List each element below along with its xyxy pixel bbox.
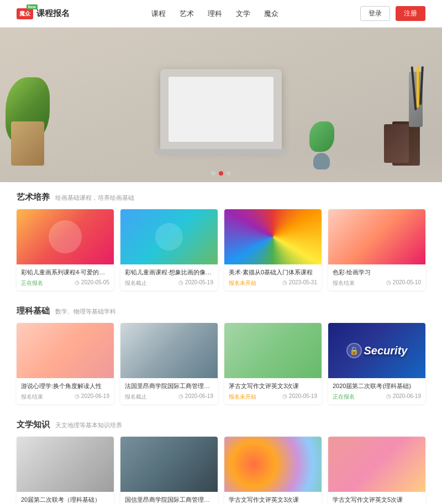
lit-course-card-4[interactable]: 学古文写作文评英文5次课 正在报名 ◷ 2020-06-30	[328, 437, 425, 504]
science-course-title-2: 法国里昂商学院国际工商管理本科招生...	[125, 382, 213, 390]
hero-banner	[0, 28, 442, 182]
art-course-img-2	[120, 209, 218, 264]
nav-mozong[interactable]: 魔众	[264, 9, 278, 19]
register-button[interactable]: 注册	[396, 6, 425, 21]
art-course-title-2: 彩铅儿童画课程·想象比画的像素有益	[125, 268, 213, 277]
logo[interactable]: 魔众 New 课程报名	[17, 8, 70, 19]
science-course-date-1: ◷ 2020-06-19	[75, 393, 109, 401]
lit-course-card-3[interactable]: 学古文写作文评英文3次课 报名未开始 ◷ 2020-06-23	[224, 437, 322, 504]
art-course-card-1[interactable]: 彩铅儿童画系列课程4·可爱的玩具 正在报名 ◷ 2020-05-05	[17, 209, 114, 290]
science-course-img-2	[120, 323, 218, 378]
art-course-title-3: 美术·素描从0基础入门体系课程	[229, 268, 317, 277]
header-actions: 登录 注册	[360, 6, 425, 21]
lit-course-title-1: 20届第二次联考（理科基础）	[21, 496, 109, 504]
literature-section-header: 文学知识 天文地理等基本知识培养	[17, 420, 425, 430]
hero-dot-3[interactable]	[227, 171, 231, 176]
art-course-title-4: 色彩·绘画学习	[333, 268, 421, 277]
lit-course-title-4: 学古文写作文评英文5次课	[333, 496, 421, 504]
literature-section-title: 文学知识	[17, 420, 50, 430]
logo-badge: New	[27, 4, 38, 9]
science-course-status-1: 报名结束	[21, 393, 43, 401]
login-button[interactable]: 登录	[360, 6, 390, 21]
art-section-header: 艺术培养 绘画基础课程，培养绘画基础	[17, 192, 425, 203]
lit-course-title-3: 学古文写作文评英文3次课	[229, 496, 317, 504]
science-course-date-2: ◷ 2020-06-19	[178, 393, 213, 401]
science-course-status-4: 正在报名	[333, 393, 355, 401]
hero-dots	[211, 171, 231, 176]
art-course-img-1	[17, 209, 114, 264]
lit-course-img-4	[328, 437, 425, 492]
science-course-title-3: 茅古文写作文评英文3次课	[229, 382, 317, 390]
art-course-date-4: ◷ 2020-05-10	[386, 279, 421, 287]
lit-course-title-2: 国信里昂商学院国际工商管理本科招生填...	[125, 496, 213, 504]
science-section-title: 理科基础	[17, 306, 50, 316]
art-course-card-2[interactable]: 彩铅儿童画课程·想象比画的像素有益 报名截止 ◷ 2020-05-19	[120, 209, 218, 290]
art-section-title: 艺术培养	[17, 192, 50, 203]
logo-text: 课程报名	[36, 8, 70, 19]
science-course-card-1[interactable]: 游说心理学:换个角度解读人性 报名结束 ◷ 2020-06-19	[17, 323, 114, 404]
science-course-grid: 游说心理学:换个角度解读人性 报名结束 ◷ 2020-06-19 法国里昂商学院…	[17, 323, 425, 404]
art-course-img-4	[328, 209, 425, 264]
nav-courses[interactable]: 课程	[151, 9, 166, 19]
nav-art[interactable]: 艺术	[180, 9, 194, 19]
science-course-status-2: 报名截止	[125, 393, 147, 401]
literature-course-grid: 20届第二次联考（理科基础） 正在报名 ◷ 2020-06-27 国信里昂商学院…	[17, 437, 425, 504]
hero-dot-1[interactable]	[211, 171, 215, 176]
science-course-title-1: 游说心理学:换个角度解读人性	[21, 382, 109, 390]
logo-icon: 魔众 New	[17, 8, 33, 19]
science-course-title-4: 2020届第二次联考(理科基础)	[333, 382, 421, 390]
science-course-img-1	[17, 323, 114, 378]
science-course-card-3[interactable]: 茅古文写作文评英文3次课 报名未开始 ◷ 2020-05-19	[224, 323, 322, 404]
lit-course-card-2[interactable]: 国信里昂商学院国际工商管理本科招生填... 正在报名 ◷ 2020-06-23	[120, 437, 218, 504]
site-header: 魔众 New 课程报名 课程 艺术 理科 文学 魔众 登录 注册	[0, 0, 442, 28]
science-section-subtitle: 数学、物理等基础学科	[55, 307, 116, 316]
art-course-date-2: ◷ 2020-05-19	[178, 279, 213, 287]
science-course-card-4[interactable]: 🔒 Security 2020届第二次联考(理科基础) 正在报名 ◷ 2020-…	[328, 323, 425, 404]
hero-dot-2[interactable]	[219, 171, 223, 176]
lit-course-img-2	[120, 437, 218, 492]
art-course-status-4: 报名结束	[333, 279, 355, 287]
literature-section-subtitle: 天文地理等基本知识培养	[55, 421, 122, 429]
science-course-img-3	[224, 323, 322, 378]
art-course-date-3: ◷ 2023-05-31	[282, 279, 317, 287]
art-course-title-1: 彩铅儿童画系列课程4·可爱的玩具	[21, 268, 109, 277]
art-course-card-4[interactable]: 色彩·绘画学习 报名结束 ◷ 2020-05-10	[328, 209, 425, 290]
science-section-header: 理科基础 数学、物理等基础学科	[17, 306, 425, 316]
lit-course-img-1	[17, 437, 114, 492]
main-nav: 课程 艺术 理科 文学 魔众	[151, 9, 278, 19]
art-course-grid: 彩铅儿童画系列课程4·可爱的玩具 正在报名 ◷ 2020-05-05 彩铅儿童画…	[17, 209, 425, 290]
lit-course-img-3	[224, 437, 322, 492]
science-course-card-2[interactable]: 法国里昂商学院国际工商管理本科招生... 报名截止 ◷ 2020-06-19	[120, 323, 218, 404]
art-course-status-2: 报名截止	[125, 279, 147, 287]
science-course-status-3: 报名未开始	[229, 393, 256, 401]
science-course-date-3: ◷ 2020-05-19	[282, 393, 317, 401]
lit-course-card-1[interactable]: 20届第二次联考（理科基础） 正在报名 ◷ 2020-06-27	[17, 437, 114, 504]
art-course-card-3[interactable]: 美术·素描从0基础入门体系课程 报名未开始 ◷ 2023-05-31	[224, 209, 322, 290]
literature-section: 文学知识 天文地理等基本知识培养 20届第二次联考（理科基础） 正在报名 ◷ 2…	[0, 410, 442, 504]
art-section-subtitle: 绘画基础课程，培养绘画基础	[55, 194, 134, 202]
art-course-status-3: 报名未开始	[229, 279, 256, 287]
science-course-date-4: ◷ 2020-06-19	[386, 393, 421, 401]
art-course-date-1: ◷ 2020-05-05	[75, 279, 109, 287]
art-course-status-1: 正在报名	[21, 279, 43, 287]
nav-literature[interactable]: 文学	[236, 9, 250, 19]
nav-science[interactable]: 理科	[208, 9, 222, 19]
science-course-img-4: 🔒 Security	[328, 323, 425, 378]
science-section: 理科基础 数学、物理等基础学科 游说心理学:换个角度解读人性 报名结束 ◷ 20…	[0, 296, 442, 410]
art-course-img-3	[224, 209, 322, 264]
art-section: 艺术培养 绘画基础课程，培养绘画基础 彩铅儿童画系列课程4·可爱的玩具 正在报名…	[0, 182, 442, 296]
